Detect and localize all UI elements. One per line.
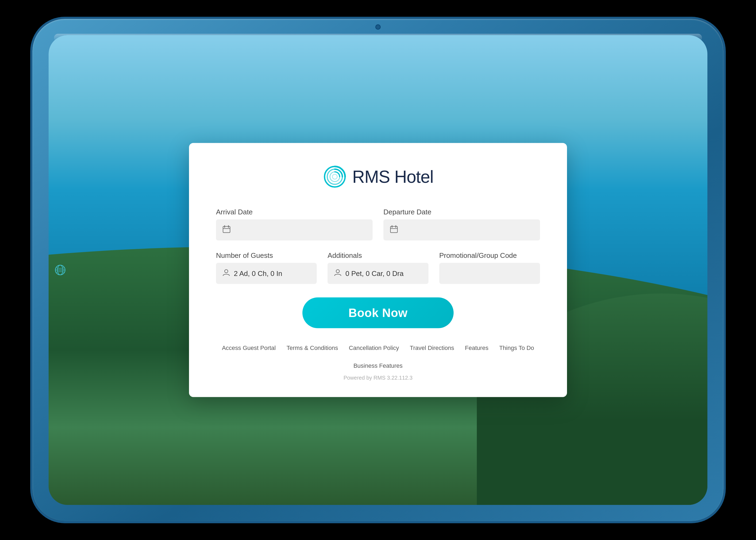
additionals-label: Additionals bbox=[327, 251, 428, 260]
booking-card: RMS Hotel Arrival Date bbox=[189, 143, 567, 397]
footer-links: Access Guest Portal Terms & Conditions C… bbox=[216, 344, 540, 369]
tablet-screen: RMS Hotel Arrival Date bbox=[49, 35, 707, 505]
additionals-group: Additionals 0 Pet, 0 Car, 0 Dra bbox=[327, 251, 428, 284]
guests-row: Number of Guests 2 Ad, 0 Ch, 0 In Additi… bbox=[216, 251, 540, 284]
footer-link-cancellation-policy[interactable]: Cancellation Policy bbox=[349, 344, 399, 351]
svg-rect-11 bbox=[390, 226, 397, 232]
footer-link-features[interactable]: Features bbox=[465, 344, 488, 351]
promo-code-input[interactable] bbox=[439, 263, 540, 284]
svg-point-16 bbox=[336, 269, 339, 273]
svg-point-15 bbox=[225, 269, 228, 273]
footer-link-business-features[interactable]: Business Features bbox=[353, 362, 403, 369]
arrival-date-input[interactable] bbox=[216, 219, 373, 240]
additionals-input[interactable]: 0 Pet, 0 Car, 0 Dra bbox=[327, 263, 428, 284]
svg-point-6 bbox=[332, 175, 337, 179]
logo-text: RMS Hotel bbox=[352, 167, 433, 187]
footer-link-terms-conditions[interactable]: Terms & Conditions bbox=[287, 344, 338, 351]
calendar-icon-departure bbox=[390, 225, 398, 235]
additionals-value: 0 Pet, 0 Car, 0 Dra bbox=[345, 269, 403, 278]
logo-rms: RMS bbox=[352, 167, 390, 187]
promo-code-label: Promotional/Group Code bbox=[439, 251, 540, 260]
book-now-button[interactable]: Book Now bbox=[303, 298, 453, 328]
num-guests-label: Number of Guests bbox=[216, 251, 317, 260]
footer-link-travel-directions[interactable]: Travel Directions bbox=[410, 344, 454, 351]
date-row: Arrival Date Departure Dat bbox=[216, 208, 540, 240]
tablet-frame: RMS Hotel Arrival Date bbox=[32, 19, 724, 521]
num-guests-value: 2 Ad, 0 Ch, 0 In bbox=[234, 269, 282, 278]
svg-rect-7 bbox=[223, 226, 230, 232]
globe-icon[interactable] bbox=[54, 263, 67, 277]
arrival-date-label: Arrival Date bbox=[216, 208, 373, 216]
person-icon bbox=[222, 269, 230, 278]
arrival-date-group: Arrival Date bbox=[216, 208, 373, 240]
logo-area: RMS Hotel bbox=[216, 165, 540, 189]
departure-date-input[interactable] bbox=[383, 219, 540, 240]
footer-link-things-to-do[interactable]: Things To Do bbox=[499, 344, 534, 351]
footer-link-access-guest-portal[interactable]: Access Guest Portal bbox=[222, 344, 276, 351]
calendar-icon-arrival bbox=[222, 225, 231, 235]
powered-by: Powered by RMS 3.22.112.3 bbox=[216, 375, 540, 381]
num-guests-group: Number of Guests 2 Ad, 0 Ch, 0 In bbox=[216, 251, 317, 284]
promo-code-group: Promotional/Group Code bbox=[439, 251, 540, 284]
logo-hotel: Hotel bbox=[390, 167, 433, 187]
num-guests-input[interactable]: 2 Ad, 0 Ch, 0 In bbox=[216, 263, 317, 284]
additionals-person-icon bbox=[334, 269, 341, 278]
camera bbox=[375, 24, 381, 30]
departure-date-group: Departure Date bbox=[383, 208, 540, 240]
rms-logo-icon bbox=[323, 165, 347, 189]
departure-date-label: Departure Date bbox=[383, 208, 540, 216]
